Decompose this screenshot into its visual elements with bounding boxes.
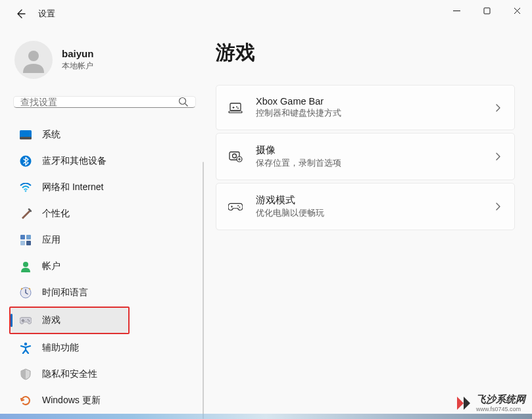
main-panel: 游戏 Xbox Game Bar 控制器和键盘快捷方式 摄像 保存位置，录制首选… (204, 30, 532, 419)
sidebar-item-label: 辅助功能 (42, 342, 79, 354)
watermark-text: 飞沙系统网 (476, 393, 525, 406)
sidebar-item-label: 帐户 (42, 260, 60, 272)
svg-rect-25 (229, 111, 242, 113)
sidebar-item-personalization[interactable]: 个性化 (11, 201, 193, 226)
sidebar-item-accessibility[interactable]: 辅助功能 (11, 335, 193, 360)
user-name: baiyun (62, 48, 93, 59)
sidebar-item-gaming[interactable]: 游戏 (11, 308, 128, 333)
card-xbox-game-bar[interactable]: Xbox Game Bar 控制器和键盘快捷方式 (216, 85, 515, 130)
card-title: 游戏模式 (256, 194, 480, 207)
shield-icon (20, 368, 32, 380)
person-icon (20, 260, 32, 272)
sidebar-item-privacy[interactable]: 隐私和安全性 (11, 362, 193, 387)
apps-icon (20, 234, 32, 246)
search-box[interactable] (13, 96, 196, 108)
svg-rect-1 (484, 8, 490, 14)
user-icon (20, 47, 47, 73)
card-title: Xbox Game Bar (256, 96, 480, 107)
sidebar-item-label: 蓝牙和其他设备 (42, 155, 107, 167)
search-input[interactable] (20, 97, 178, 107)
svg-point-10 (25, 190, 27, 192)
watermark-url: www.fs0745.com (476, 406, 525, 412)
chevron-right-icon (493, 202, 502, 211)
capture-icon (228, 149, 243, 164)
accessibility-icon (20, 342, 32, 354)
watermark: 飞沙系统网 www.fs0745.com (455, 393, 525, 412)
app-title: 设置 (38, 8, 55, 20)
svg-point-29 (233, 154, 237, 158)
sidebar: baiyun 本地帐户 系统 蓝牙和其他设备 网络和 Internet 个性化 (0, 30, 204, 419)
sidebar-item-label: 游戏 (42, 314, 60, 326)
maximize-button[interactable] (472, 0, 502, 21)
minimize-icon (453, 7, 460, 14)
sidebar-item-windows-update[interactable]: Windows 更新 (11, 388, 193, 413)
game-mode-icon (228, 199, 243, 214)
svg-point-31 (237, 205, 239, 207)
page-title: 游戏 (216, 39, 515, 66)
card-title: 摄像 (256, 144, 480, 157)
svg-rect-13 (20, 241, 25, 245)
wifi-icon (20, 182, 32, 193)
sidebar-item-time-language[interactable]: 时间和语言 (11, 280, 193, 305)
user-block[interactable]: baiyun 本地帐户 (11, 37, 204, 91)
card-game-mode[interactable]: 游戏模式 优化电脑以便畅玩 (216, 183, 515, 230)
user-type: 本地帐户 (62, 61, 93, 72)
sidebar-scrollbar[interactable] (203, 162, 204, 419)
system-icon (20, 129, 32, 141)
watermark-logo (455, 395, 472, 412)
card-captures[interactable]: 摄像 保存位置，录制首选项 (216, 133, 515, 180)
svg-rect-11 (20, 235, 25, 239)
clock-icon (20, 287, 32, 299)
svg-point-5 (180, 98, 186, 105)
game-bar-icon (228, 101, 243, 115)
avatar (14, 41, 53, 79)
svg-point-26 (236, 106, 237, 107)
sidebar-item-label: 网络和 Internet (42, 182, 103, 193)
svg-point-32 (239, 207, 241, 208)
brush-icon (20, 208, 32, 220)
sidebar-item-bluetooth[interactable]: 蓝牙和其他设备 (11, 149, 193, 174)
card-subtitle: 保存位置，录制首选项 (256, 158, 480, 169)
svg-point-23 (24, 343, 27, 345)
close-button[interactable] (502, 0, 532, 21)
bluetooth-icon (20, 155, 32, 167)
svg-point-27 (237, 107, 239, 109)
search-icon (178, 97, 189, 107)
svg-point-20 (22, 321, 24, 322)
update-icon (20, 395, 32, 407)
svg-point-15 (23, 262, 28, 267)
chevron-right-icon (493, 103, 502, 112)
sidebar-item-label: 隐私和安全性 (42, 368, 97, 380)
svg-rect-24 (230, 103, 241, 111)
card-subtitle: 控制器和键盘快捷方式 (256, 108, 480, 119)
sidebar-item-label: 时间和语言 (42, 287, 88, 299)
svg-point-4 (28, 51, 39, 61)
svg-point-22 (29, 320, 30, 322)
chevron-right-icon (493, 152, 502, 161)
close-icon (514, 7, 521, 14)
back-icon (15, 9, 26, 19)
svg-point-19 (23, 320, 24, 322)
card-subtitle: 优化电脑以便畅玩 (256, 208, 480, 219)
sidebar-item-accounts[interactable]: 帐户 (11, 254, 193, 279)
taskbar-sliver (0, 414, 532, 419)
sidebar-item-label: Windows 更新 (42, 395, 101, 407)
svg-rect-14 (26, 241, 31, 245)
svg-line-6 (185, 104, 188, 107)
svg-rect-12 (26, 235, 31, 239)
sidebar-item-system[interactable]: 系统 (11, 122, 193, 147)
sidebar-item-label: 系统 (42, 129, 60, 141)
sidebar-item-label: 个性化 (42, 208, 70, 220)
svg-point-21 (28, 319, 29, 320)
gamepad-icon (20, 314, 32, 326)
sidebar-item-label: 应用 (42, 234, 60, 246)
svg-point-17 (22, 319, 24, 320)
minimize-button[interactable] (441, 0, 472, 21)
sidebar-item-network[interactable]: 网络和 Internet (11, 175, 193, 200)
svg-rect-8 (20, 137, 32, 139)
svg-point-18 (22, 320, 23, 322)
sidebar-item-apps[interactable]: 应用 (11, 228, 193, 253)
highlight-annotation: 游戏 (9, 307, 130, 334)
maximize-icon (483, 7, 491, 14)
back-button[interactable] (13, 7, 28, 21)
